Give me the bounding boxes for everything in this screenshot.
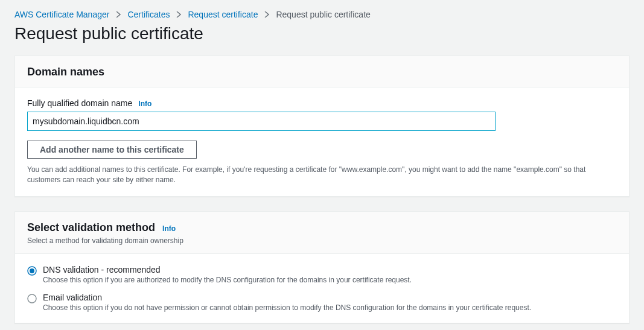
validation-panel-title: Select validation method [27, 221, 155, 234]
validation-panel-subtext: Select a method for validating domain ow… [27, 236, 617, 245]
radio-selected-icon [27, 266, 37, 276]
breadcrumb: AWS Certificate Manager Certificates Req… [14, 10, 630, 19]
radio-dns-desc: Choose this option if you are authorized… [43, 276, 412, 284]
domain-panel-title: Domain names [27, 66, 617, 78]
breadcrumb-link-request[interactable]: Request certificate [188, 10, 258, 19]
breadcrumb-current: Request public certificate [276, 10, 370, 19]
page-title: Request public certificate [14, 24, 630, 43]
radio-unselected-icon [27, 294, 37, 303]
radio-email-desc: Choose this option if you do not have pe… [43, 303, 531, 312]
chevron-right-icon [115, 11, 121, 17]
radio-option-email[interactable]: Email validation Choose this option if y… [27, 293, 617, 312]
chevron-right-icon [176, 11, 182, 17]
svg-point-1 [30, 268, 34, 273]
validation-info-link[interactable]: Info [162, 224, 176, 233]
fqdn-label: Fully qualified domain name [27, 98, 132, 108]
radio-email-label: Email validation [43, 293, 531, 302]
radio-option-dns[interactable]: DNS validation - recommended Choose this… [27, 265, 617, 284]
radio-dns-label: DNS validation - recommended [43, 265, 412, 274]
add-another-name-button[interactable]: Add another name to this certificate [27, 141, 197, 159]
fqdn-info-link[interactable]: Info [138, 100, 151, 108]
breadcrumb-link-certificates[interactable]: Certificates [127, 10, 170, 19]
svg-point-2 [28, 294, 36, 303]
validation-method-panel: Select validation method Info Select a m… [14, 211, 630, 323]
breadcrumb-link-acm[interactable]: AWS Certificate Manager [14, 10, 109, 19]
fqdn-input[interactable] [27, 112, 496, 131]
domain-names-panel: Domain names Fully qualified domain name… [14, 56, 630, 197]
chevron-right-icon [264, 11, 270, 17]
domain-help-text: You can add additional names to this cer… [27, 165, 617, 185]
